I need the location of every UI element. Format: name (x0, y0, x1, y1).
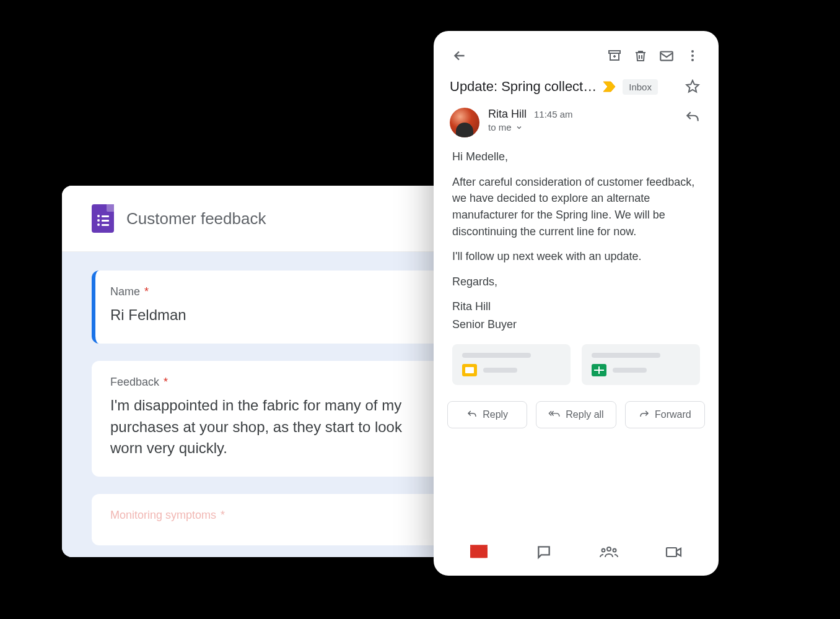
sender-row: Rita Hill 11:45 am to me (434, 108, 719, 149)
field-label: Monitoring symptoms * (110, 509, 435, 522)
placeholder-line (613, 368, 647, 373)
gmail-toolbar (434, 31, 719, 77)
placeholder-line (483, 368, 517, 373)
reply-icon[interactable] (683, 108, 702, 128)
form-field-cutoff[interactable]: Monitoring symptoms * (92, 494, 453, 545)
svg-point-7 (613, 549, 616, 552)
important-marker-icon[interactable] (603, 81, 616, 92)
svg-point-6 (602, 549, 605, 552)
svg-rect-0 (609, 51, 620, 53)
archive-icon[interactable] (605, 46, 624, 66)
back-icon[interactable] (450, 46, 470, 66)
bottom-nav (434, 534, 719, 576)
reply-all-icon (548, 409, 561, 420)
attachment-slides[interactable] (452, 344, 571, 385)
email-subject: Update: Spring collect… (450, 79, 597, 95)
svg-rect-1 (660, 52, 673, 61)
subject-row: Update: Spring collect… Inbox (434, 77, 719, 108)
forms-app-icon (92, 204, 114, 233)
forms-body: Name * Ri Feldman Feedback * I'm disappo… (62, 252, 483, 557)
forward-button[interactable]: Forward (625, 401, 705, 428)
body-sig1: Rita Hill (452, 298, 700, 315)
sender-name: Rita Hill (488, 108, 527, 121)
reply-arrow-icon (466, 409, 478, 420)
chevron-down-icon (515, 124, 523, 131)
sheets-icon (592, 364, 606, 376)
sender-to[interactable]: to me (488, 122, 674, 132)
form-field-feedback[interactable]: Feedback * I'm disappointed in the fabri… (92, 361, 453, 477)
email-body: Hi Medelle, After careful consideration … (434, 149, 719, 342)
attachment-sheets[interactable] (582, 344, 700, 385)
more-icon[interactable] (683, 46, 702, 66)
field-value[interactable]: Ri Feldman (110, 305, 435, 326)
delete-icon[interactable] (631, 46, 650, 66)
form-field-name[interactable]: Name * Ri Feldman (92, 271, 453, 344)
body-greeting: Hi Medelle, (452, 149, 700, 165)
nav-meet-icon[interactable] (662, 542, 686, 562)
avatar[interactable] (450, 108, 479, 137)
reply-all-button[interactable]: Reply all (536, 401, 616, 428)
mark-unread-icon[interactable] (657, 46, 676, 66)
field-value[interactable]: I'm disappointed in the fabric for many … (110, 395, 435, 459)
field-label: Feedback * (110, 376, 435, 389)
svg-point-3 (691, 54, 694, 57)
nav-chat-icon[interactable] (532, 542, 556, 562)
body-p1: After careful consideration of customer … (452, 174, 700, 240)
body-sig2: Senior Buyer (452, 316, 700, 333)
slides-icon (462, 364, 477, 376)
star-icon[interactable] (683, 77, 702, 97)
forms-card: Customer feedback Name * Ri Feldman Feed… (62, 186, 483, 557)
nav-mail-icon[interactable] (466, 542, 491, 562)
placeholder-line (462, 353, 531, 358)
reply-button[interactable]: Reply (447, 401, 527, 428)
sender-time: 11:45 am (534, 109, 573, 119)
forms-title: Customer feedback (126, 209, 266, 228)
svg-point-5 (607, 547, 611, 551)
forward-icon (639, 409, 650, 420)
forms-header: Customer feedback (62, 186, 483, 252)
inbox-label[interactable]: Inbox (623, 79, 658, 95)
svg-rect-8 (667, 548, 676, 556)
attachments-row (434, 342, 719, 396)
svg-point-4 (691, 59, 694, 61)
field-label: Name * (110, 285, 435, 298)
svg-point-2 (691, 50, 694, 53)
body-closing: Regards, (452, 274, 700, 290)
action-row: Reply Reply all Forward (434, 396, 719, 439)
placeholder-line (592, 353, 660, 358)
nav-spaces-icon[interactable] (597, 542, 621, 562)
body-p2: I'll follow up next week with an update. (452, 248, 700, 265)
gmail-card: Update: Spring collect… Inbox Rita Hill … (434, 31, 719, 576)
